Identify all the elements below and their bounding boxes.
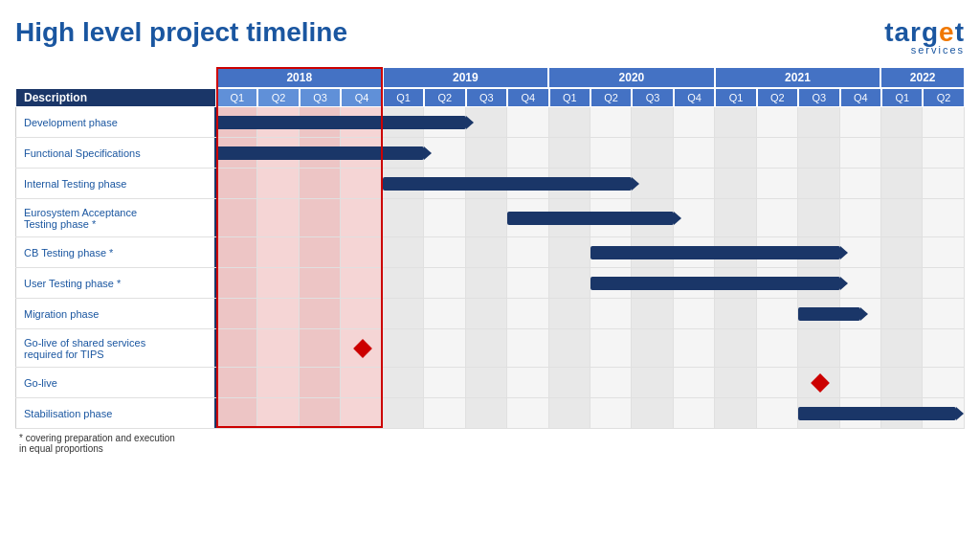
data-row-9: Stabilisation phase (15, 398, 965, 429)
gantt-chart: 20182019202020212022 Description Q1Q2Q3Q… (15, 67, 965, 429)
data-row-2: Internal Testing phase (15, 169, 965, 199)
quarter-cell-2018-Q4: Q4 (341, 88, 382, 107)
row-cells-wrapper-1 (216, 138, 965, 168)
logo: target services (884, 17, 965, 56)
quarter-cell-2019-Q2: Q2 (424, 88, 465, 107)
row-cells-wrapper-4 (216, 237, 965, 267)
quarter-cell-2019-Q1: Q1 (383, 88, 424, 107)
year-cell-2022: 2022 (880, 67, 965, 88)
quarter-cell-2020-Q4: Q4 (674, 88, 715, 107)
quarter-cell-2022-Q2: Q2 (923, 88, 964, 107)
row-label-8: Go-live (15, 368, 216, 397)
row-label-3: Eurosystem Acceptance Testing phase * (15, 199, 216, 236)
row-cells-wrapper-2 (216, 169, 965, 198)
quarter-cell-2018-Q3: Q3 (300, 88, 341, 107)
gantt-bar-row-4 (590, 246, 840, 259)
data-rows: Development phaseFunctional Specificatio… (15, 107, 965, 429)
quarter-cell-2019-Q3: Q3 (466, 88, 507, 107)
row-label-7: Go-live of shared services required for … (15, 329, 216, 367)
row-cells-wrapper-8 (216, 368, 965, 397)
row-label-5: User Testing phase * (15, 268, 216, 298)
data-row-4: CB Testing phase * (15, 237, 965, 268)
row-cells-wrapper-7 (216, 329, 965, 367)
gantt-bar-row-5 (590, 277, 840, 290)
year-cell-2020: 2020 (548, 67, 715, 88)
quarter-cell-2018-Q1: Q1 (216, 88, 257, 107)
quarter-cell-2020-Q2: Q2 (590, 88, 632, 107)
data-row-7: Go-live of shared services required for … (15, 329, 965, 368)
row-cells-wrapper-3 (216, 199, 965, 236)
data-row-3: Eurosystem Acceptance Testing phase * (15, 199, 965, 237)
quarter-cell-2021-Q2: Q2 (757, 88, 798, 107)
header-row: High level project timeline target servi… (15, 17, 965, 56)
logo-dot: e (939, 17, 955, 47)
gantt-bar-row-6 (798, 307, 860, 321)
quarter-cell-2020-Q1: Q1 (549, 88, 590, 107)
gantt-bar-row-2 (383, 177, 633, 191)
row-cells-wrapper-5 (216, 268, 965, 298)
quarter-cells: Q1Q2Q3Q4Q1Q2Q3Q4Q1Q2Q3Q4Q1Q2Q3Q4Q1Q2 (216, 88, 965, 107)
data-row-8: Go-live (15, 368, 965, 398)
row-label-9: Stabilisation phase (15, 398, 216, 428)
quarter-cell-2021-Q4: Q4 (840, 88, 881, 107)
logo-services: services (911, 44, 965, 56)
quarter-cell-2018-Q2: Q2 (257, 88, 299, 107)
year-cells: 20182019202020212022 (216, 67, 965, 88)
gantt-bar-row-1 (216, 146, 424, 160)
page-title: High level project timeline (15, 17, 347, 48)
row-cells-wrapper-9 (216, 398, 965, 428)
row-label-6: Migration phase (15, 299, 216, 328)
quarter-cell-2021-Q3: Q3 (798, 88, 839, 107)
data-row-6: Migration phase (15, 299, 965, 329)
quarter-header-row: Description Q1Q2Q3Q4Q1Q2Q3Q4Q1Q2Q3Q4Q1Q2… (15, 88, 965, 107)
gantt-bar-row-3 (507, 212, 674, 225)
gantt-bar-row-9 (798, 407, 956, 420)
year-spacer (15, 67, 216, 88)
year-cell-2018: 2018 (216, 67, 383, 88)
footnote: * covering preparation and execution in … (15, 433, 965, 454)
page: High level project timeline target servi… (0, 0, 980, 540)
desc-header: Description (15, 88, 216, 107)
row-label-2: Internal Testing phase (15, 169, 216, 198)
gantt-bar-row-0 (216, 116, 466, 129)
data-row-1: Functional Specifications (15, 138, 965, 169)
quarter-cell-2022-Q1: Q1 (881, 88, 923, 107)
row-cells-wrapper-0 (216, 107, 965, 137)
quarter-cell-2020-Q3: Q3 (632, 88, 673, 107)
year-cell-2019: 2019 (383, 67, 549, 88)
row-label-4: CB Testing phase * (15, 237, 216, 267)
quarter-cell-2021-Q1: Q1 (715, 88, 756, 107)
data-row-0: Development phase (15, 107, 965, 138)
row-label-0: Development phase (15, 107, 216, 137)
row-cells-wrapper-6 (216, 299, 965, 328)
data-row-5: User Testing phase * (15, 268, 965, 299)
year-header-row: 20182019202020212022 (15, 67, 965, 88)
year-cell-2021: 2021 (715, 67, 881, 88)
quarter-cell-2019-Q4: Q4 (507, 88, 548, 107)
row-label-1: Functional Specifications (15, 138, 216, 168)
